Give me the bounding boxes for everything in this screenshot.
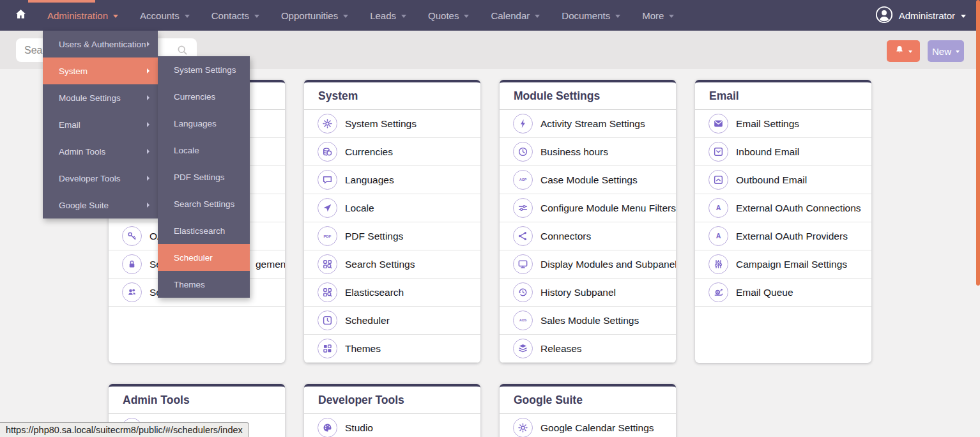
chevron-right-icon	[147, 95, 149, 100]
menu-item-users-authentication[interactable]: Users & Authentication	[43, 31, 158, 57]
status-url-tooltip: https://php80.sa.local/suitecrm8/public/…	[0, 422, 249, 437]
menu-item-email[interactable]: Email	[43, 111, 158, 138]
menu-item-label: Currencies	[174, 92, 215, 102]
admin-link-scheduler[interactable]: Scheduler	[304, 307, 480, 335]
chevron-right-icon	[147, 149, 149, 154]
menu-item-system[interactable]: System	[43, 57, 158, 84]
admin-link-display-modules-and-subpanels[interactable]: Display Modules and Subpanels	[500, 250, 676, 279]
chevron-right-icon	[147, 122, 149, 127]
nav-item-accounts[interactable]: Accounts	[129, 0, 201, 31]
submenu-item-themes[interactable]: Themes	[158, 271, 250, 298]
nav-item-contacts[interactable]: Contacts	[201, 0, 270, 31]
card-rows: Email Settings Inbound Email Outbound Em…	[695, 110, 871, 307]
menu-item-admin-tools[interactable]: Admin Tools	[43, 138, 158, 165]
chevron-down-icon	[343, 15, 348, 18]
submenu-item-scheduler[interactable]: Scheduler	[158, 244, 250, 271]
admin-link-connectors[interactable]: Connectors	[500, 222, 676, 250]
avatar	[875, 6, 893, 26]
nav-item-calendar[interactable]: Calendar	[480, 0, 551, 31]
submenu-item-search-settings[interactable]: Search Settings	[158, 190, 250, 217]
admin-link-email-settings[interactable]: Email Settings	[695, 110, 871, 138]
admin-link-outbound-email[interactable]: Outbound Email	[695, 166, 871, 194]
card-title: System	[304, 82, 480, 110]
submenu-item-pdf-settings[interactable]: PDF Settings	[158, 164, 250, 190]
nav-item-label: Leads	[370, 10, 396, 21]
lock-icon	[122, 254, 142, 274]
card-google-suite: Google Suite Google Calendar Settings	[500, 384, 676, 437]
submenu-item-locale[interactable]: Locale	[158, 137, 250, 164]
admin-link-label: PDF Settings	[345, 231, 403, 242]
menu-item-google-suite[interactable]: Google Suite	[43, 192, 158, 218]
admin-link-pdf-settings[interactable]: PDF PDF Settings	[304, 222, 480, 250]
admin-link-case-module-settings[interactable]: AOP Case Module Settings	[500, 166, 676, 194]
admin-link-label: Scheduler	[345, 315, 390, 326]
admin-link-releases[interactable]: Releases	[500, 335, 676, 363]
search-icon[interactable]	[176, 43, 189, 57]
new-button[interactable]: New	[928, 40, 964, 62]
vertical-scrollbar[interactable]	[976, 0, 980, 286]
admin-link-system-settings[interactable]: System Settings	[304, 110, 480, 138]
menu-item-label: Elasticsearch	[174, 226, 225, 236]
menu-item-module-settings[interactable]: Module Settings	[43, 84, 158, 111]
admin-link-google-calendar-settings[interactable]: Google Calendar Settings	[500, 414, 676, 437]
submenu-item-system-settings[interactable]: System Settings	[158, 56, 250, 83]
menu-item-label: Scheduler	[174, 253, 213, 263]
active-tab-indicator	[28, 0, 95, 3]
card-developer-tools: Developer Tools Studio	[304, 384, 480, 437]
submenu-item-elasticsearch[interactable]: Elasticsearch	[158, 217, 250, 244]
layers-icon	[513, 339, 533, 358]
nav-item-label: More	[642, 10, 664, 21]
chevron-right-icon	[147, 68, 149, 73]
card-rows: System Settings Currencies Languages Loc…	[304, 110, 480, 363]
nav-item-label: Opportunities	[281, 10, 338, 21]
notifications-button[interactable]	[887, 40, 920, 62]
admin-link-activity-stream-settings[interactable]: Activity Stream Settings	[500, 110, 676, 138]
admin-link-email-queue[interactable]: Email Queue	[695, 279, 871, 307]
menu-item-developer-tools[interactable]: Developer Tools	[43, 165, 158, 192]
chevron-down-icon	[961, 15, 966, 18]
nav-item-documents[interactable]: Documents	[551, 0, 631, 31]
chevron-right-icon	[147, 176, 149, 181]
card-title: Module Settings	[500, 82, 676, 110]
admin-link-locale[interactable]: Locale	[304, 194, 480, 222]
nav-items: Administration Accounts Contacts Opportu…	[36, 0, 685, 31]
nav-item-more[interactable]: More	[631, 0, 685, 31]
svg-text:AOP: AOP	[519, 178, 527, 181]
admin-link-external-oauth-providers[interactable]: A External OAuth Providers	[695, 222, 871, 250]
sliders-vertical-icon	[708, 254, 728, 274]
oauth-logo-icon: A	[708, 198, 728, 218]
home-button[interactable]	[14, 8, 27, 24]
admin-link-history-subpanel[interactable]: History Subpanel	[500, 279, 676, 307]
new-button-label: New	[932, 46, 951, 57]
nav-item-quotes[interactable]: Quotes	[417, 0, 480, 31]
admin-link-inbound-email[interactable]: Inbound Email	[695, 138, 871, 166]
admin-link-business-hours[interactable]: Business hours	[500, 138, 676, 166]
menu-item-label: Developer Tools	[59, 174, 121, 183]
admin-link-currencies[interactable]: Currencies	[304, 138, 480, 166]
nav-item-administration[interactable]: Administration	[36, 0, 129, 31]
admin-link-label: Currencies	[345, 146, 393, 158]
admin-link-label: Languages	[345, 174, 394, 186]
nav-item-leads[interactable]: Leads	[359, 0, 417, 31]
admin-link-sales-module-settings[interactable]: AOS Sales Module Settings	[500, 307, 676, 335]
nav-item-opportunities[interactable]: Opportunities	[270, 0, 359, 31]
submenu-item-languages[interactable]: Languages	[158, 110, 250, 137]
nav-item-label: Contacts	[211, 10, 249, 21]
svg-text:A: A	[716, 204, 721, 211]
admin-link-elasticsearch[interactable]: Elasticsearch	[304, 279, 480, 307]
submenu-item-currencies[interactable]: Currencies	[158, 83, 250, 110]
nav-item-label: Documents	[562, 10, 610, 21]
admin-link-languages[interactable]: Languages	[304, 166, 480, 194]
menu-item-label: PDF Settings	[174, 172, 225, 182]
admin-link-configure-module-menu-filters[interactable]: Configure Module Menu Filters	[500, 194, 676, 222]
monitor-icon	[513, 254, 533, 274]
menu-item-label: Google Suite	[59, 201, 109, 210]
user-menu[interactable]: Administrator	[875, 0, 966, 31]
admin-link-studio[interactable]: Studio	[304, 414, 480, 437]
admin-link-campaign-email-settings[interactable]: Campaign Email Settings	[695, 250, 871, 279]
admin-link-search-settings[interactable]: Search Settings	[304, 250, 480, 279]
administration-dropdown: Users & Authentication System Module Set…	[43, 31, 158, 218]
inbound-mail-icon	[708, 142, 728, 162]
admin-link-external-oauth-connections[interactable]: A External OAuth Connections	[695, 194, 871, 222]
admin-link-themes[interactable]: Themes	[304, 335, 480, 363]
